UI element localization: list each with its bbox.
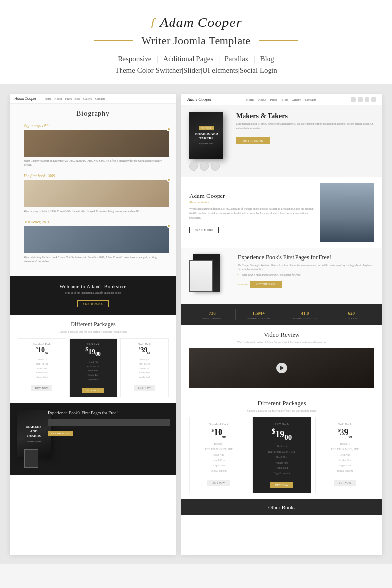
right-exp-tablet <box>189 260 213 292</box>
left-nav-logo: Adam Cooper <box>15 97 37 101</box>
stat-total-books-label: TOTAL BOOKS <box>189 318 235 320</box>
feature-parallax: Parallax <box>224 55 248 63</box>
right-nav-gallery[interactable]: Gallery <box>292 98 301 101</box>
right-mini-nav: Adam Cooper Home About Pages Blog Galler… <box>181 94 382 105</box>
right-packages-title: Different Packages <box>189 399 374 407</box>
right-video-title: Video Review <box>189 331 374 339</box>
left-nav-home[interactable]: Home <box>45 98 52 100</box>
right-author-photo-bg <box>320 183 374 242</box>
left-nav-contacts[interactable]: Contacts <box>95 98 105 100</box>
right-pkg-standard-button[interactable]: BUY NOW <box>207 480 230 486</box>
right-pkg-gold-name: Gold Pack <box>319 422 370 426</box>
left-pkg-gold-price: $3900 <box>123 347 166 355</box>
social-icon-2[interactable] <box>358 97 363 102</box>
right-pkg-standard-features: Book (1)PDF, EPUB, MOBI, PDFRead PlusKin… <box>193 441 245 474</box>
right-hero-text: Makers & Takers Lorem ipsum dolor sit am… <box>236 112 374 144</box>
line-accent-left <box>94 40 133 41</box>
biography-title: Biography <box>18 110 169 118</box>
stat-active-readers: 1.5M+ ACTIVE READERS <box>236 309 282 320</box>
right-hero-book-title: Makers & Takers <box>236 112 374 120</box>
left-nav-blog[interactable]: Blog <box>74 98 80 100</box>
right-pkg-gold-price: $3900 <box>319 428 370 439</box>
timeline-image-2 <box>24 180 169 207</box>
right-nav-home[interactable]: Home <box>246 98 254 101</box>
left-pkg-pro-name: PRO Pack <box>72 343 115 346</box>
left-nav-about[interactable]: About <box>54 98 62 100</box>
timeline-dot-2 <box>167 178 171 182</box>
right-pkg-standard-price: $1000 <box>193 428 245 439</box>
right-read-more-button[interactable]: READ MORE <box>189 227 219 233</box>
timeline-item-2: The first book, 2009 After moving to Par… <box>18 174 169 213</box>
right-hero-description: Lorem ipsum dolor sit amet, consectetur … <box>236 122 374 131</box>
right-buy-button[interactable]: BUY A BOOK <box>236 137 270 144</box>
right-video-section: Video Review Watch a detailed review of … <box>181 325 382 393</box>
brand-name: Adam Cooper <box>160 15 242 30</box>
preview-wrapper: Adam Cooper Home About Pages Blog Galler… <box>0 84 392 564</box>
right-packages-subtitle: Choose a package that fits you perfectly… <box>189 409 374 412</box>
right-nav-contacts[interactable]: Contacts <box>305 98 316 101</box>
stat-active-readers-value: 1.5M+ <box>236 309 282 317</box>
right-nav-pages[interactable]: Pages <box>270 98 277 101</box>
preview-right: Adam Cooper Home About Pages Blog Galler… <box>181 94 382 555</box>
right-exp-tablet-screen <box>190 261 212 291</box>
brand-icon: ƒ <box>150 15 157 30</box>
right-book-cover: NEW BOOK MAKERS AND TAKERS By Adam Coope… <box>189 112 223 159</box>
left-email-input[interactable] <box>48 419 170 426</box>
header: ƒ Adam Cooper Writer Joomla Template Res… <box>0 0 392 84</box>
left-nav-gallery[interactable]: Gallery <box>83 98 92 100</box>
timeline-dot-3 <box>167 224 171 228</box>
feature-color-switcher: Theme Color Switcher <box>115 66 182 74</box>
left-nav-pages[interactable]: Pages <box>65 98 72 100</box>
feature-ui-elements: UI elements <box>202 66 238 74</box>
left-pkg-standard-price: $1000 <box>21 347 63 355</box>
right-book-cover-title: MAKERS AND TAKERS <box>193 132 220 141</box>
feature-blog: Blog <box>260 55 274 63</box>
bookstore-subtitle: Find all of his inspirational and life-c… <box>18 291 169 294</box>
subtitle-text: Writer Joomla Template <box>141 34 250 47</box>
stat-active-readers-label: ACTIVE READERS <box>236 318 282 320</box>
left-free-chapter-title: Experience Book's First Pages for Free! <box>48 410 170 416</box>
right-nav-logo: Adam Cooper <box>187 97 212 102</box>
see-books-button[interactable]: SEE BOOKS <box>77 300 109 307</box>
stat-working-hours: 41.8 WORKING HOURS <box>282 309 329 320</box>
left-pkg-pro-button[interactable]: BUY NOW <box>82 388 103 393</box>
left-pkg-gold-name: Gold Pack <box>123 343 166 346</box>
timeline-text-2: After moving to Paris in 1980, Cooper's … <box>24 209 169 213</box>
sep1: | <box>156 55 158 63</box>
stat-total-books-value: 736 <box>189 309 235 317</box>
timeline-image-3 <box>24 226 169 253</box>
right-pkg-pro-button[interactable]: BUY NOW <box>270 482 293 488</box>
right-awards <box>189 162 228 171</box>
right-nav-blog[interactable]: Blog <box>281 98 288 101</box>
feature-responsive: Responsive <box>118 55 151 63</box>
left-pkg-standard-name: Standard Pack <box>21 343 63 346</box>
left-get-book-button[interactable]: GET THE BOOK <box>48 431 73 436</box>
right-pkg-gold-button[interactable]: BUY NOW <box>334 480 356 486</box>
left-pkg-gold-button[interactable]: BUY NOW <box>134 385 155 391</box>
left-pkg-pro: PRO Pack $1900 Book (1)PDF, EPUBRead Plu… <box>69 338 118 397</box>
social-icon-4[interactable] <box>371 97 376 102</box>
right-author-text: Adam Cooper About the Author Writer spec… <box>189 192 314 233</box>
left-free-chapter-text: Experience Book's First Pages for Free! … <box>48 410 170 436</box>
timeline-text-3: After publishing his latest book 'Laure … <box>24 255 169 264</box>
right-pkg-standard: Standard Pack $1000 Book (1)PDF, EPUB, M… <box>189 417 248 493</box>
right-hero-section: NEW BOOK MAKERS AND TAKERS By Adam Coope… <box>181 105 382 177</box>
right-other-books-section: Other Books <box>181 499 382 515</box>
right-get-book-button[interactable]: GET THE BOOK <box>250 281 282 288</box>
right-play-button[interactable] <box>276 363 287 373</box>
social-icon-3[interactable] <box>365 97 369 102</box>
left-pkg-standard-button[interactable]: BUY NOW <box>31 385 52 391</box>
left-book-author: By Adam Cooper <box>27 440 41 442</box>
right-video-subtitle: Watch a detailed review of Adam Cooper's… <box>189 341 374 343</box>
feature-social-login: Social Login <box>240 66 277 74</box>
timeline-year-3: Best Seller, 2016 <box>24 220 169 224</box>
right-stats-bar: 736 TOTAL BOOKS 1.5M+ ACTIVE READERS 41.… <box>181 304 382 325</box>
right-video-thumbnail[interactable] <box>189 348 374 388</box>
timeline-year-1: Beginning, 1944 <box>24 123 169 128</box>
social-icon-1[interactable] <box>351 97 356 102</box>
right-pkg-pro-features: Book (1)PDF, EPUB, MOBI, PDFRead PlusKin… <box>256 444 308 476</box>
left-pkg-pro-price: $1900 <box>72 347 115 357</box>
right-packages-grid: Standard Pack $1000 Book (1)PDF, EPUB, M… <box>189 417 374 493</box>
right-nav-about[interactable]: About <box>258 98 266 101</box>
right-read-full-link[interactable]: Read More <box>238 283 248 286</box>
